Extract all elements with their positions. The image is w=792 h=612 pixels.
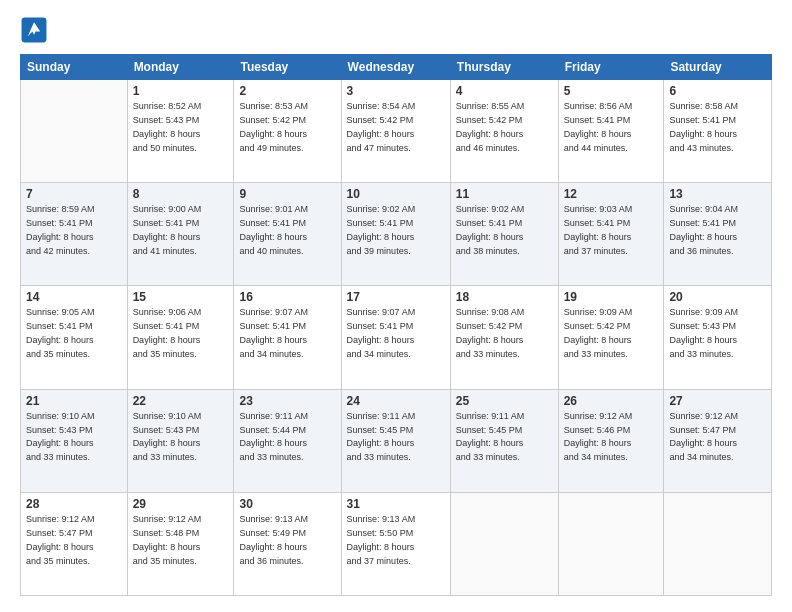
sunrise-text: Sunrise: 8:52 AM	[133, 101, 202, 111]
sunset-text: Sunset: 5:50 PM	[347, 528, 414, 538]
calendar-cell	[450, 492, 558, 595]
daylight-line2: and 44 minutes.	[564, 143, 628, 153]
day-number: 13	[669, 187, 766, 201]
day-number: 10	[347, 187, 445, 201]
sunrise-text: Sunrise: 9:02 AM	[347, 204, 416, 214]
sunset-text: Sunset: 5:45 PM	[456, 425, 523, 435]
day-number: 27	[669, 394, 766, 408]
calendar-cell: 16Sunrise: 9:07 AMSunset: 5:41 PMDayligh…	[234, 286, 341, 389]
sunset-text: Sunset: 5:42 PM	[347, 115, 414, 125]
daylight-line2: and 34 minutes.	[347, 349, 411, 359]
weekday-header-row: SundayMondayTuesdayWednesdayThursdayFrid…	[21, 55, 772, 80]
sunrise-text: Sunrise: 9:13 AM	[347, 514, 416, 524]
sunset-text: Sunset: 5:41 PM	[347, 321, 414, 331]
sunset-text: Sunset: 5:41 PM	[26, 321, 93, 331]
week-row-5: 28Sunrise: 9:12 AMSunset: 5:47 PMDayligh…	[21, 492, 772, 595]
day-number: 23	[239, 394, 335, 408]
calendar-cell: 13Sunrise: 9:04 AMSunset: 5:41 PMDayligh…	[664, 183, 772, 286]
day-info: Sunrise: 9:11 AMSunset: 5:45 PMDaylight:…	[456, 410, 553, 466]
daylight-line1: Daylight: 8 hours	[564, 232, 632, 242]
calendar-cell: 26Sunrise: 9:12 AMSunset: 5:46 PMDayligh…	[558, 389, 664, 492]
day-number: 25	[456, 394, 553, 408]
daylight-line1: Daylight: 8 hours	[26, 438, 94, 448]
day-info: Sunrise: 9:03 AMSunset: 5:41 PMDaylight:…	[564, 203, 659, 259]
logo-icon	[20, 16, 48, 44]
daylight-line2: and 36 minutes.	[669, 246, 733, 256]
daylight-line2: and 33 minutes.	[347, 452, 411, 462]
sunset-text: Sunset: 5:43 PM	[133, 115, 200, 125]
daylight-line2: and 34 minutes.	[239, 349, 303, 359]
daylight-line1: Daylight: 8 hours	[456, 232, 524, 242]
weekday-header-tuesday: Tuesday	[234, 55, 341, 80]
sunset-text: Sunset: 5:41 PM	[133, 321, 200, 331]
daylight-line1: Daylight: 8 hours	[239, 542, 307, 552]
calendar-cell: 11Sunrise: 9:02 AMSunset: 5:41 PMDayligh…	[450, 183, 558, 286]
sunset-text: Sunset: 5:43 PM	[669, 321, 736, 331]
daylight-line1: Daylight: 8 hours	[133, 438, 201, 448]
day-info: Sunrise: 8:59 AMSunset: 5:41 PMDaylight:…	[26, 203, 122, 259]
sunset-text: Sunset: 5:45 PM	[347, 425, 414, 435]
calendar-cell: 14Sunrise: 9:05 AMSunset: 5:41 PMDayligh…	[21, 286, 128, 389]
day-info: Sunrise: 9:09 AMSunset: 5:42 PMDaylight:…	[564, 306, 659, 362]
calendar-table: SundayMondayTuesdayWednesdayThursdayFrid…	[20, 54, 772, 596]
week-row-3: 14Sunrise: 9:05 AMSunset: 5:41 PMDayligh…	[21, 286, 772, 389]
day-info: Sunrise: 8:55 AMSunset: 5:42 PMDaylight:…	[456, 100, 553, 156]
day-info: Sunrise: 9:12 AMSunset: 5:46 PMDaylight:…	[564, 410, 659, 466]
day-number: 26	[564, 394, 659, 408]
sunrise-text: Sunrise: 8:55 AM	[456, 101, 525, 111]
sunrise-text: Sunrise: 9:11 AM	[456, 411, 525, 421]
daylight-line1: Daylight: 8 hours	[347, 129, 415, 139]
daylight-line1: Daylight: 8 hours	[347, 335, 415, 345]
daylight-line1: Daylight: 8 hours	[347, 232, 415, 242]
daylight-line1: Daylight: 8 hours	[347, 542, 415, 552]
day-info: Sunrise: 9:07 AMSunset: 5:41 PMDaylight:…	[347, 306, 445, 362]
daylight-line1: Daylight: 8 hours	[669, 232, 737, 242]
week-row-1: 1Sunrise: 8:52 AMSunset: 5:43 PMDaylight…	[21, 80, 772, 183]
daylight-line2: and 38 minutes.	[456, 246, 520, 256]
day-info: Sunrise: 8:53 AMSunset: 5:42 PMDaylight:…	[239, 100, 335, 156]
day-number: 22	[133, 394, 229, 408]
daylight-line1: Daylight: 8 hours	[564, 335, 632, 345]
day-info: Sunrise: 9:11 AMSunset: 5:44 PMDaylight:…	[239, 410, 335, 466]
day-info: Sunrise: 9:00 AMSunset: 5:41 PMDaylight:…	[133, 203, 229, 259]
sunset-text: Sunset: 5:42 PM	[564, 321, 631, 331]
day-info: Sunrise: 8:52 AMSunset: 5:43 PMDaylight:…	[133, 100, 229, 156]
weekday-header-wednesday: Wednesday	[341, 55, 450, 80]
sunset-text: Sunset: 5:46 PM	[564, 425, 631, 435]
daylight-line1: Daylight: 8 hours	[26, 335, 94, 345]
calendar-cell: 7Sunrise: 8:59 AMSunset: 5:41 PMDaylight…	[21, 183, 128, 286]
sunset-text: Sunset: 5:41 PM	[239, 321, 306, 331]
day-info: Sunrise: 9:13 AMSunset: 5:50 PMDaylight:…	[347, 513, 445, 569]
sunrise-text: Sunrise: 9:08 AM	[456, 307, 525, 317]
weekday-header-friday: Friday	[558, 55, 664, 80]
sunrise-text: Sunrise: 8:54 AM	[347, 101, 416, 111]
sunrise-text: Sunrise: 9:05 AM	[26, 307, 95, 317]
sunset-text: Sunset: 5:41 PM	[564, 115, 631, 125]
day-number: 3	[347, 84, 445, 98]
calendar-cell: 12Sunrise: 9:03 AMSunset: 5:41 PMDayligh…	[558, 183, 664, 286]
sunset-text: Sunset: 5:43 PM	[133, 425, 200, 435]
calendar-cell: 24Sunrise: 9:11 AMSunset: 5:45 PMDayligh…	[341, 389, 450, 492]
daylight-line1: Daylight: 8 hours	[133, 129, 201, 139]
daylight-line2: and 37 minutes.	[564, 246, 628, 256]
calendar-cell: 19Sunrise: 9:09 AMSunset: 5:42 PMDayligh…	[558, 286, 664, 389]
daylight-line1: Daylight: 8 hours	[456, 129, 524, 139]
sunset-text: Sunset: 5:47 PM	[26, 528, 93, 538]
daylight-line1: Daylight: 8 hours	[239, 232, 307, 242]
calendar-cell	[21, 80, 128, 183]
day-number: 28	[26, 497, 122, 511]
day-info: Sunrise: 9:13 AMSunset: 5:49 PMDaylight:…	[239, 513, 335, 569]
calendar-cell: 1Sunrise: 8:52 AMSunset: 5:43 PMDaylight…	[127, 80, 234, 183]
day-number: 6	[669, 84, 766, 98]
day-number: 2	[239, 84, 335, 98]
header	[20, 16, 772, 44]
calendar-cell: 10Sunrise: 9:02 AMSunset: 5:41 PMDayligh…	[341, 183, 450, 286]
sunrise-text: Sunrise: 9:09 AM	[669, 307, 738, 317]
calendar-cell: 20Sunrise: 9:09 AMSunset: 5:43 PMDayligh…	[664, 286, 772, 389]
daylight-line2: and 35 minutes.	[133, 349, 197, 359]
sunrise-text: Sunrise: 9:12 AM	[564, 411, 633, 421]
sunrise-text: Sunrise: 9:13 AM	[239, 514, 308, 524]
sunrise-text: Sunrise: 8:59 AM	[26, 204, 95, 214]
day-info: Sunrise: 9:02 AMSunset: 5:41 PMDaylight:…	[456, 203, 553, 259]
week-row-4: 21Sunrise: 9:10 AMSunset: 5:43 PMDayligh…	[21, 389, 772, 492]
